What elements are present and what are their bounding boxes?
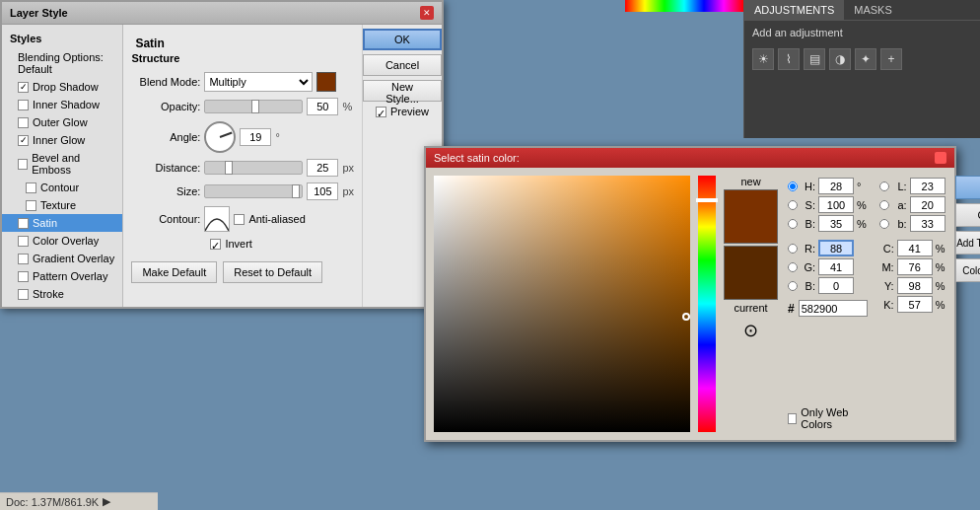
exposure-icon[interactable]: ✦ [855, 48, 876, 70]
rgb-b-label: B: [801, 280, 815, 292]
drop-shadow-checkbox[interactable]: ✓ [18, 82, 29, 93]
bevel-emboss-checkbox[interactable] [18, 159, 28, 170]
l-input[interactable] [910, 178, 945, 194]
sidebar-item-bevel-emboss[interactable]: Bevel and Emboss [2, 149, 122, 179]
sidebar-item-gradient-overlay[interactable]: Gradient Overlay [2, 250, 122, 267]
opacity-input[interactable] [307, 98, 338, 115]
sidebar-item-inner-glow[interactable]: ✓ Inner Glow [2, 131, 122, 149]
opacity-thumb[interactable] [251, 100, 259, 113]
color-picker-area[interactable] [434, 176, 690, 432]
contour-preview[interactable] [204, 206, 230, 232]
sidebar-item-contour[interactable]: Contour [2, 179, 122, 196]
sidebar-item-label: Inner Shadow [33, 99, 100, 110]
sidebar-item-stroke[interactable]: Stroke [2, 285, 122, 303]
color-cancel-button[interactable]: Cancel [955, 203, 980, 227]
sidebar-item-outer-glow[interactable]: Outer Glow [2, 113, 122, 131]
sidebar-item-pattern-overlay[interactable]: Pattern Overlay [2, 267, 122, 285]
sidebar-item-blending-options[interactable]: Blending Options: Default [2, 48, 122, 78]
color-dialog-right-buttons: OK Cancel Add To Swatches Color Librarie… [955, 176, 980, 432]
k-input[interactable] [897, 296, 933, 313]
close-button[interactable]: ✕ [420, 6, 434, 20]
new-style-button[interactable]: New Style... [363, 80, 442, 102]
distance-input[interactable] [307, 159, 338, 177]
angle-unit: ° [275, 131, 279, 143]
structure-label: Structure [131, 52, 354, 64]
make-default-button[interactable]: Make Default [131, 261, 217, 283]
gradient-overlay-checkbox[interactable] [18, 254, 29, 264]
angle-input[interactable] [240, 128, 271, 146]
size-thumb[interactable] [292, 184, 300, 198]
h-input[interactable] [818, 178, 854, 194]
preview-row: ✓ Preview [376, 106, 429, 117]
add-to-swatches-button[interactable]: Add To Swatches [955, 231, 980, 255]
vibrance-icon[interactable]: + [880, 48, 902, 70]
contour-checkbox[interactable] [26, 182, 36, 193]
invert-row-inner: ✓ Invert [210, 238, 252, 250]
g-radio[interactable] [788, 262, 798, 272]
b-input[interactable] [818, 215, 854, 232]
levels-icon[interactable]: ▤ [804, 48, 825, 70]
s-input[interactable] [818, 196, 854, 213]
r-radio[interactable] [788, 244, 798, 254]
m-input[interactable] [897, 258, 933, 275]
color-dialog-close-button[interactable] [935, 152, 946, 164]
c-row: C: % [879, 240, 945, 256]
hue-slider[interactable] [698, 176, 716, 432]
ok-button[interactable]: OK [363, 29, 442, 50]
lab-b-input[interactable] [910, 215, 945, 232]
curves-icon[interactable]: ⌇ [778, 48, 800, 70]
g-input[interactable] [818, 258, 854, 275]
size-input[interactable] [307, 182, 338, 200]
brightness-icon[interactable]: ☀ [752, 48, 774, 70]
satin-checkbox[interactable]: ✓ [18, 218, 29, 229]
satin-color-swatch[interactable] [316, 72, 336, 92]
only-web-checkbox[interactable] [788, 413, 797, 424]
tab-masks[interactable]: MASKS [844, 0, 902, 20]
distance-slider[interactable] [204, 161, 303, 175]
sidebar-item-inner-shadow[interactable]: Inner Shadow [2, 96, 122, 113]
c-input[interactable] [897, 240, 933, 256]
color-values-right: L: a: b: C: % M: % [877, 176, 947, 432]
sidebar-item-drop-shadow[interactable]: ✓ Drop Shadow [2, 78, 122, 96]
angle-dial[interactable] [204, 121, 236, 153]
outer-glow-checkbox[interactable] [18, 117, 29, 128]
m-unit: % [936, 261, 945, 273]
hex-input[interactable] [799, 300, 868, 317]
inner-shadow-checkbox[interactable] [18, 100, 29, 110]
lab-b-radio[interactable] [879, 219, 889, 229]
arrow-icon[interactable]: ▶ [103, 495, 110, 508]
color-libraries-button[interactable]: Color Libraries [955, 258, 980, 282]
sidebar-item-color-overlay[interactable]: Color Overlay [2, 232, 122, 250]
reset-to-default-button[interactable]: Reset to Default [223, 261, 322, 283]
opacity-slider[interactable] [204, 100, 303, 113]
pattern-overlay-checkbox[interactable] [18, 271, 29, 282]
preview-checkbox[interactable]: ✓ [376, 107, 386, 117]
blend-mode-select[interactable]: Multiply [204, 72, 313, 92]
a-radio[interactable] [879, 200, 889, 210]
hue-sat-icon[interactable]: ◑ [829, 48, 851, 70]
l-radio[interactable] [879, 182, 889, 191]
anti-aliased-checkbox[interactable] [234, 214, 245, 225]
r-input[interactable] [818, 240, 854, 256]
texture-checkbox[interactable] [26, 200, 36, 211]
distance-thumb[interactable] [225, 161, 233, 175]
invert-checkbox[interactable]: ✓ [210, 239, 221, 250]
sidebar-item-satin[interactable]: ✓ Satin [2, 214, 122, 232]
color-overlay-checkbox[interactable] [18, 236, 29, 247]
rgb-b-radio[interactable] [788, 281, 798, 291]
rgb-b-input[interactable] [818, 277, 854, 294]
y-input[interactable] [897, 277, 933, 294]
cancel-button[interactable]: Cancel [363, 54, 442, 76]
a-input[interactable] [910, 196, 945, 213]
tab-adjustments[interactable]: ADJUSTMENTS [744, 0, 844, 20]
b-radio[interactable] [788, 219, 798, 229]
s-radio[interactable] [788, 200, 798, 210]
color-ok-button[interactable]: OK [955, 176, 980, 199]
sidebar-item-texture[interactable]: Texture [2, 196, 122, 214]
h-radio[interactable] [788, 182, 798, 191]
stroke-checkbox[interactable] [18, 289, 29, 300]
size-slider[interactable] [204, 184, 303, 198]
inner-glow-checkbox[interactable]: ✓ [18, 135, 29, 146]
r-row: R: [788, 240, 868, 256]
eyedropper-icon[interactable]: ⊙ [743, 320, 758, 341]
